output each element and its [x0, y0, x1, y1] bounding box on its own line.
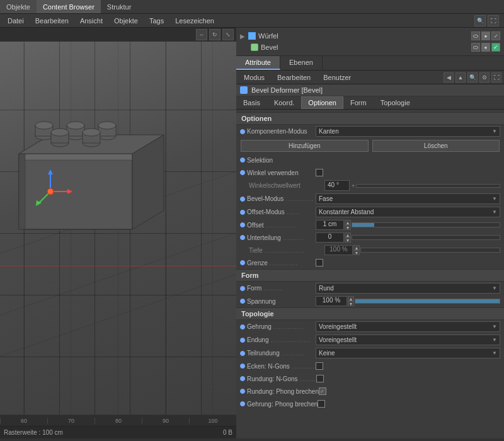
tree-item-bevel[interactable]: Bevel ● ✓ [238, 42, 503, 53]
tab-ebenen[interactable]: Ebenen [280, 56, 323, 70]
grenze-label: Grenze [247, 260, 268, 266]
menu-ansicht[interactable]: Ansicht [75, 16, 108, 26]
spannung-input[interactable]: 100 % [316, 296, 347, 306]
form-label: Form [247, 285, 261, 292]
endung-label: Endung [247, 336, 268, 343]
winkel-verwenden-checkbox[interactable] [316, 169, 323, 176]
right-panel: ▶ Würfel ● ✓ Bevel ● [236, 28, 504, 438]
mode-icons: ◀ ▲ 🔍 ⚙ ⛶ [444, 72, 501, 83]
offset-step-up[interactable]: ▲ [345, 220, 351, 225]
bevel-vis-1[interactable] [471, 43, 480, 52]
spannung-step-down[interactable]: ▼ [348, 301, 354, 306]
obj-color-dot [240, 86, 248, 94]
subtab-form[interactable]: Form [343, 96, 374, 109]
mode-benutzer[interactable]: Benutzer [318, 73, 356, 82]
unterteilung-step-down[interactable]: ▼ [345, 238, 351, 243]
tiefe-input[interactable]: 100 % [324, 245, 353, 255]
spannung-step-up[interactable]: ▲ [348, 296, 354, 301]
section-form: Form [236, 269, 504, 282]
vis-btn-1[interactable] [471, 32, 480, 40]
tab-struktur[interactable]: Struktur [101, 0, 138, 13]
bevel-vis-2[interactable]: ● [481, 43, 490, 52]
komponenten-modus-dropdown[interactable]: Kanten ▼ [316, 126, 500, 137]
prop-gehrung: Gehrung ............. Voreingestellt ▼ [236, 320, 504, 333]
svg-point-14 [35, 132, 53, 140]
form-dropdown[interactable]: Rund ▼ [316, 283, 500, 294]
svg-point-23 [51, 139, 69, 147]
rundung-ngons-checkbox[interactable] [316, 375, 324, 382]
subtab-koord[interactable]: Koord. [267, 96, 301, 109]
svg-rect-9 [19, 154, 132, 229]
prop-form: Form ........ Rund ▼ [236, 282, 504, 295]
ruler-mark-70: 70 [47, 418, 94, 424]
svg-point-28 [83, 129, 100, 136]
search-icon[interactable]: 🔍 [474, 15, 486, 26]
unterteilung-input[interactable]: 0 [316, 232, 344, 243]
object-tree: ▶ Würfel ● ✓ Bevel ● [236, 28, 504, 56]
prop-offset-modus: Offset-Modus ...... Konstanter Abstand ▼ [236, 205, 504, 219]
spannung-label: Spannung [247, 298, 276, 305]
bevel-modus-dropdown[interactable]: Fase ▼ [316, 193, 500, 204]
menu-bearbeiten[interactable]: Bearbeiten [30, 16, 74, 26]
tab-attribute[interactable]: Attribute [236, 56, 280, 70]
offset-input[interactable]: 1 cm [316, 220, 344, 230]
rundung-phong-checkbox[interactable] [319, 387, 326, 395]
subtab-topologie[interactable]: Topologie [374, 96, 417, 109]
endung-dropdown[interactable]: Voreingestellt ▼ [316, 335, 500, 345]
bevel-vis-3[interactable]: ✓ [491, 43, 500, 52]
tree-label-bevel: Bevel [261, 43, 278, 51]
prop-rundung-ngons: Rundung: N-Gons ....... [236, 372, 504, 385]
offset-label: Offset [247, 222, 264, 229]
subtab-optionen[interactable]: Optionen [301, 96, 343, 109]
prop-grenze: Grenze ............ [236, 256, 504, 269]
gehrung-label: Gehrung [247, 323, 272, 330]
tiefe-step-up[interactable]: ▲ [353, 245, 360, 250]
expand-icon[interactable]: ⛶ [488, 15, 499, 26]
mode-bearbeiten[interactable]: Bearbeiten [272, 73, 316, 82]
svg-marker-32 [67, 189, 72, 194]
mode-modus[interactable]: Modus [239, 73, 270, 82]
ecken-checkbox[interactable] [316, 362, 323, 370]
rundung-phong-label: Rundung: Phong brechen [247, 388, 319, 395]
winkelschwellwert-input[interactable]: 40 ° [324, 180, 350, 191]
prop-bevel-modus: Bevel-Modus ............ Fase ▼ [236, 192, 504, 205]
vis-btn-2[interactable]: ● [481, 32, 490, 40]
hinzufuegen-button[interactable]: Hinzufügen [241, 140, 369, 152]
ruler: 60 70 80 90 100 [0, 415, 236, 426]
expand2-icon[interactable]: ⛶ [491, 72, 501, 83]
gear-icon[interactable]: ⚙ [479, 72, 490, 83]
prop-winkel-verwenden: Winkel verwenden [236, 166, 504, 179]
search2-icon[interactable]: 🔍 [467, 72, 478, 83]
vis-btn-3[interactable]: ✓ [491, 32, 500, 40]
svg-rect-11 [19, 154, 25, 229]
tab-content-browser[interactable]: Content Browser [37, 0, 101, 13]
up-arrow-icon[interactable]: ▲ [455, 72, 466, 83]
teilrundung-dropdown[interactable]: Keine ▼ [316, 348, 500, 358]
menu-lesezeichen[interactable]: Lesezeichen [170, 16, 219, 26]
menu-objekte[interactable]: Objekte [109, 16, 143, 26]
offset-step-down[interactable]: ▼ [345, 225, 351, 230]
svg-point-16 [35, 122, 53, 129]
loeschen-button[interactable]: Löschen [372, 140, 500, 152]
svg-point-22 [98, 122, 116, 129]
scale-icon[interactable]: ⤡ [222, 29, 234, 40]
gehrung-phong-checkbox[interactable] [318, 400, 325, 408]
subtab-basis[interactable]: Basis [236, 96, 267, 109]
gehrung-dropdown[interactable]: Voreingestellt ▼ [316, 321, 500, 332]
menu-tags[interactable]: Tags [144, 16, 169, 26]
tiefe-step-down[interactable]: ▼ [353, 250, 360, 255]
offset-modus-label: Offset-Modus [247, 209, 285, 215]
tree-item-wurfel[interactable]: ▶ Würfel ● ✓ [238, 30, 503, 42]
offset-modus-dropdown[interactable]: Konstanter Abstand ▼ [316, 207, 500, 217]
tab-objekte[interactable]: Objekte [0, 0, 37, 13]
prop-teilrundung: Teilrundung .......... Keine ▼ [236, 346, 504, 360]
menu-datei[interactable]: Datei [3, 16, 29, 26]
selektion-label: Selektion [247, 157, 273, 164]
left-arrow-icon[interactable]: ◀ [444, 72, 454, 83]
move-icon[interactable]: ↔ [196, 29, 207, 40]
rotate-icon[interactable]: ↻ [209, 29, 220, 40]
prop-unterteilung: Unterteilung ......... 0 ▲ ▼ [236, 231, 504, 244]
grenze-checkbox[interactable] [316, 259, 323, 266]
svg-rect-24 [51, 132, 69, 143]
unterteilung-step-up[interactable]: ▲ [345, 232, 351, 238]
